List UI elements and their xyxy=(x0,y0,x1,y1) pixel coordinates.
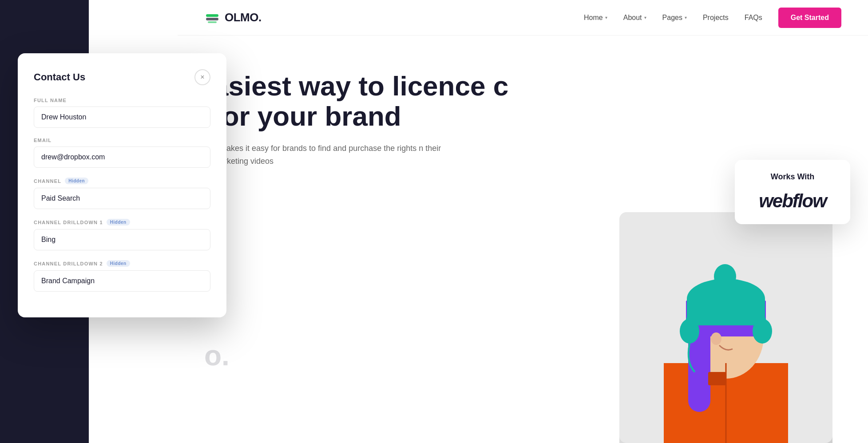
full-name-input[interactable] xyxy=(34,107,210,128)
get-started-button[interactable]: Get Started xyxy=(778,8,841,28)
channel-drilldown-2-label: CHANNEL DRILLDOWN 2 Hidden xyxy=(34,260,210,267)
nav-projects[interactable]: Projects xyxy=(703,14,729,22)
pages-chevron-icon: ▾ xyxy=(685,15,687,20)
svg-rect-17 xyxy=(708,372,726,385)
channel-group: CHANNEL Hidden xyxy=(34,178,210,209)
modal-title: Contact Us xyxy=(34,71,85,83)
channel-drilldown-1-label: CHANNEL DRILLDOWN 1 Hidden xyxy=(34,219,210,225)
modal-header: Contact Us × xyxy=(34,69,210,85)
svg-rect-2 xyxy=(208,21,217,23)
svg-point-13 xyxy=(711,332,721,345)
svg-point-15 xyxy=(753,319,772,344)
navbar: OLMO. Home ▾ About ▾ Pages ▾ Projects FA… xyxy=(178,0,868,36)
modal-overlay: Contact Us × FULL NAME EMAIL CHANNEL Hid… xyxy=(18,53,226,317)
hero-description: e makes it easy for brands to find and p… xyxy=(213,142,471,168)
nav-pages[interactable]: Pages ▾ xyxy=(662,14,687,22)
hero-watermark: o. xyxy=(204,339,230,372)
channel-drilldown-1-hidden-badge: Hidden xyxy=(107,219,130,225)
channel-hidden-badge: Hidden xyxy=(65,178,88,184)
works-with-card: Works With webflow xyxy=(735,160,850,224)
svg-point-12 xyxy=(714,264,736,289)
about-chevron-icon: ▾ xyxy=(644,15,646,20)
svg-rect-1 xyxy=(206,18,218,20)
full-name-group: FULL NAME xyxy=(34,98,210,128)
modal-close-button[interactable]: × xyxy=(194,69,210,85)
contact-us-modal: Contact Us × FULL NAME EMAIL CHANNEL Hid… xyxy=(18,53,226,317)
logo[interactable]: OLMO. xyxy=(204,10,262,26)
nav-links: Home ▾ About ▾ Pages ▾ Projects FAQs Get… xyxy=(584,8,841,28)
nav-faqs[interactable]: FAQs xyxy=(745,14,762,22)
channel-input[interactable] xyxy=(34,188,210,209)
channel-drilldown-2-input[interactable] xyxy=(34,270,210,292)
hero-image xyxy=(619,212,832,443)
hero-image-area xyxy=(619,212,832,443)
nav-about[interactable]: About ▾ xyxy=(623,14,646,22)
channel-drilldown-1-input[interactable] xyxy=(34,229,210,250)
logo-text: OLMO. xyxy=(225,11,262,24)
home-chevron-icon: ▾ xyxy=(605,15,607,20)
channel-drilldown-2-group: CHANNEL DRILLDOWN 2 Hidden xyxy=(34,260,210,292)
works-with-title: Works With xyxy=(745,172,840,182)
hero-person-illustration xyxy=(619,212,832,443)
svg-rect-0 xyxy=(206,14,218,17)
email-label: EMAIL xyxy=(34,138,210,143)
logo-icon xyxy=(204,10,220,26)
email-group: EMAIL xyxy=(34,138,210,168)
svg-point-14 xyxy=(680,319,699,344)
nav-home[interactable]: Home ▾ xyxy=(584,14,607,22)
hero-section: asiest way to licence c for your brand e… xyxy=(178,36,868,443)
channel-label: CHANNEL Hidden xyxy=(34,178,210,184)
channel-drilldown-2-hidden-badge: Hidden xyxy=(107,260,130,267)
webflow-logo: webflow xyxy=(745,190,840,212)
full-name-label: FULL NAME xyxy=(34,98,210,103)
hero-title: asiest way to licence c for your brand xyxy=(213,71,551,131)
channel-drilldown-1-group: CHANNEL DRILLDOWN 1 Hidden xyxy=(34,219,210,250)
email-input[interactable] xyxy=(34,146,210,168)
